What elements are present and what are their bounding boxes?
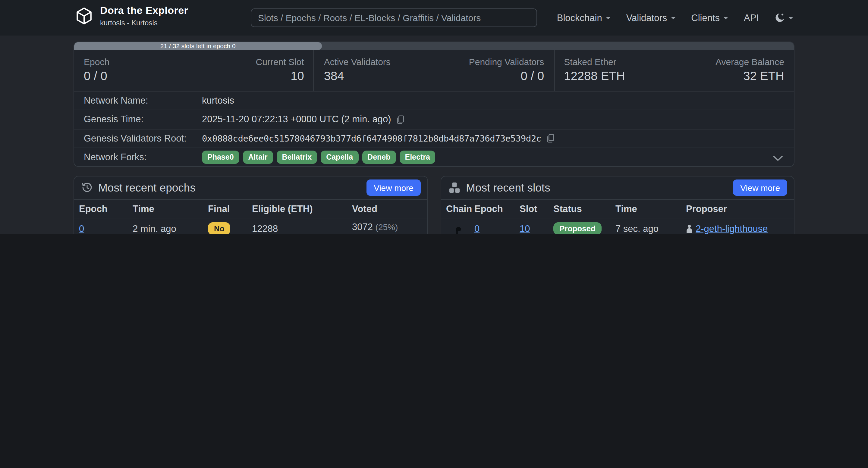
info-label: Genesis Validators Root: bbox=[84, 133, 202, 144]
stat-label: Current Slot bbox=[256, 57, 304, 67]
card-title: Most recent epochs bbox=[98, 181, 195, 195]
column-header: Epoch bbox=[470, 199, 515, 219]
nav-api-link[interactable]: API bbox=[744, 12, 759, 23]
validator-icon bbox=[686, 224, 692, 233]
table-cell: 12288 bbox=[247, 219, 347, 234]
info-value-text: 0x0888cde6ee0c51578046793b377d6f6474908f… bbox=[202, 133, 541, 143]
epoch-slot-link[interactable]: 0 bbox=[79, 224, 84, 234]
epoch-slot-link[interactable]: 10 bbox=[520, 223, 530, 233]
nav-clients-menu[interactable]: Clients bbox=[691, 12, 728, 23]
card-title: Most recent slots bbox=[466, 181, 550, 195]
network-info-row: Genesis Validators Root:0x0888cde6ee0c51… bbox=[74, 129, 794, 147]
chevron-down-icon[interactable] bbox=[773, 153, 783, 164]
table-cell: 2 min. ago bbox=[128, 219, 203, 234]
stat-average-balance: Average Balance32 ETH bbox=[715, 57, 784, 91]
info-value-text: kurtosis bbox=[202, 95, 234, 106]
stat-value: 12288 ETH bbox=[564, 69, 625, 83]
epoch-slot-link[interactable]: 0 bbox=[474, 223, 479, 233]
table-cell: 10 bbox=[515, 219, 549, 234]
info-value: 2025-11-20 07:22:13 +0000 UTC (2 min. ag… bbox=[202, 114, 404, 125]
status-badge: Proposed bbox=[553, 222, 601, 234]
info-value: 0x0888cde6ee0c51578046793b377d6f6474908f… bbox=[202, 133, 555, 143]
nav-blockchain-menu[interactable]: Blockchain bbox=[557, 12, 611, 23]
network-info-row: Genesis Time:2025-11-20 07:22:13 +0000 U… bbox=[74, 110, 794, 129]
stat-current-slot: Current Slot10 bbox=[256, 57, 304, 91]
recent-epochs-table: EpochTimeFinalEligible (ETH)Voted 02 min… bbox=[74, 199, 427, 234]
table-cell: 0 bbox=[74, 219, 128, 234]
dora-explorer-page: Dora the Explorer kurtosis - Kurtosis Bl… bbox=[0, 0, 868, 234]
info-value-text: 2025-11-20 07:22:13 +0000 UTC (2 min. ag… bbox=[202, 114, 391, 125]
copy-icon[interactable] bbox=[546, 134, 555, 143]
top-navbar: Dora the Explorer kurtosis - Kurtosis Bl… bbox=[0, 0, 868, 36]
table-cell: 7 sec. ago bbox=[611, 219, 681, 234]
fork-badge: Electra bbox=[400, 151, 435, 164]
chevron-down-icon bbox=[788, 16, 793, 19]
chain-cell bbox=[441, 219, 470, 234]
cubes-icon bbox=[448, 182, 461, 194]
epoch-progress-fill: 21 / 32 slots left in epoch 0 bbox=[74, 42, 321, 50]
search-input[interactable] bbox=[258, 13, 530, 23]
recent-epochs-card: Most recent epochs View more EpochTimeFi… bbox=[73, 176, 428, 234]
stat-value: 10 bbox=[256, 69, 304, 83]
slots-view-more-button[interactable]: View more bbox=[733, 179, 787, 196]
network-info-row: Network Forks:Phase0AltairBellatrixCapel… bbox=[74, 147, 794, 167]
voted-values: 3072 (25%) bbox=[352, 222, 423, 233]
info-label: Network Forks: bbox=[84, 152, 202, 163]
stats-group: Staked Ether12288 ETHAverage Balance32 E… bbox=[554, 50, 794, 91]
table-cell: Proposed bbox=[549, 219, 611, 234]
fork-badge: Phase0 bbox=[202, 151, 239, 164]
network-info-rows: Network Name:kurtosisGenesis Time:2025-1… bbox=[74, 91, 794, 166]
brand-title: Dora the Explorer bbox=[100, 5, 188, 17]
column-header: Slot bbox=[515, 199, 549, 219]
stats-group: Active Validators384Pending Validators0 … bbox=[314, 50, 554, 91]
stat-label: Average Balance bbox=[715, 57, 784, 67]
voted-progress: 3072 (25%) bbox=[352, 221, 423, 234]
brand-home-link[interactable]: Dora the Explorer kurtosis - Kurtosis bbox=[76, 5, 188, 27]
column-header: Final bbox=[203, 199, 247, 219]
recent-slots-card: Most recent slots View more ChainEpochSl… bbox=[441, 176, 795, 234]
nav-validators-menu[interactable]: Validators bbox=[626, 12, 676, 23]
voted-count: 3072 bbox=[352, 222, 373, 232]
network-overview-card: 21 / 32 slots left in epoch 0 Epoch0 / 0… bbox=[73, 41, 795, 167]
info-value: kurtosis bbox=[202, 95, 234, 106]
brand-subtitle: kurtosis - Kurtosis bbox=[100, 19, 188, 27]
fork-badge: Bellatrix bbox=[276, 151, 317, 164]
stat-label: Pending Validators bbox=[469, 57, 544, 67]
stat-value: 0 / 0 bbox=[469, 69, 544, 83]
stat-value: 384 bbox=[324, 69, 391, 83]
global-search[interactable] bbox=[251, 8, 537, 27]
epoch-row: 02 min. agoNo122883072 (25%) bbox=[74, 219, 427, 234]
epochs-view-more-button[interactable]: View more bbox=[367, 179, 421, 196]
copy-icon[interactable] bbox=[396, 115, 404, 124]
table-cell: No bbox=[203, 219, 247, 234]
column-header: Voted bbox=[347, 199, 427, 219]
theme-toggle-menu[interactable] bbox=[775, 13, 793, 23]
stat-staked-ether: Staked Ether12288 ETH bbox=[564, 57, 625, 91]
stats-group: Epoch0 / 0Current Slot10 bbox=[74, 50, 314, 91]
info-label: Network Name: bbox=[84, 95, 202, 106]
voted-percent: (25%) bbox=[375, 222, 398, 232]
network-forks-list: Phase0AltairBellatrixCapellaDenebElectra bbox=[202, 151, 435, 164]
fork-badge: Deneb bbox=[362, 151, 396, 164]
nav-links: Blockchain Validators Clients API bbox=[557, 0, 793, 36]
stat-value: 0 / 0 bbox=[84, 69, 110, 83]
slot-row: 010Proposed7 sec. ago2-geth-lighthouse bbox=[441, 219, 794, 234]
epoch-progress-bar: 21 / 32 slots left in epoch 0 bbox=[74, 42, 794, 50]
stat-value: 32 ETH bbox=[715, 69, 784, 83]
stat-label: Epoch bbox=[84, 57, 110, 67]
network-info-row: Network Name:kurtosis bbox=[74, 91, 794, 110]
cube-logo-icon bbox=[76, 7, 92, 25]
column-header: Time bbox=[611, 199, 681, 219]
table-cell: 0 bbox=[470, 219, 515, 234]
moon-icon bbox=[775, 13, 785, 23]
proposer-link[interactable]: 2-geth-lighthouse bbox=[695, 223, 768, 234]
column-header: Eligible (ETH) bbox=[247, 199, 347, 219]
column-header: Chain bbox=[441, 199, 470, 219]
recent-slots-table: ChainEpochSlotStatusTimeProposer 010Prop… bbox=[441, 199, 794, 234]
chain-dot bbox=[456, 227, 461, 231]
table-cell: 2-geth-lighthouse bbox=[681, 219, 794, 234]
chevron-down-icon bbox=[606, 16, 611, 19]
column-header: Epoch bbox=[74, 199, 128, 219]
stat-active-validators: Active Validators384 bbox=[324, 57, 391, 91]
column-header: Status bbox=[549, 199, 611, 219]
